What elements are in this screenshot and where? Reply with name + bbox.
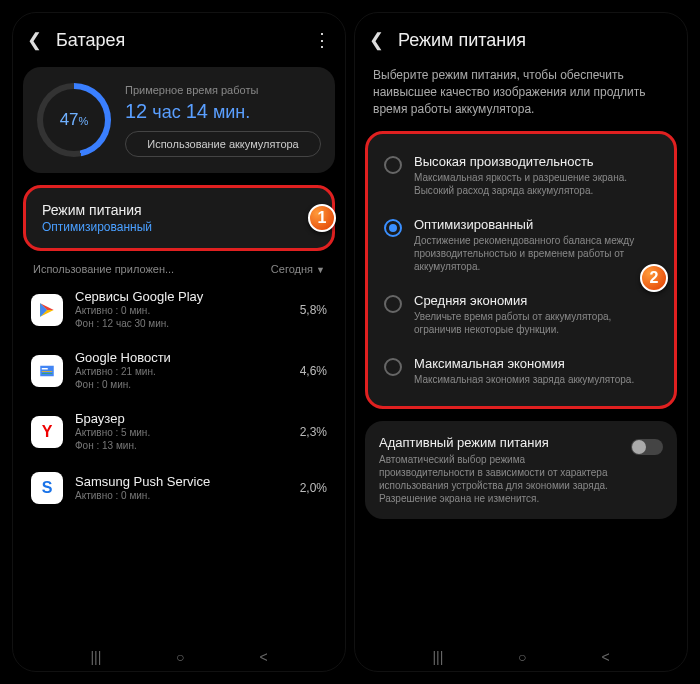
app-name: Samsung Push Service [75,474,288,489]
more-icon[interactable]: ⋮ [313,29,331,51]
app-name: Google Новости [75,350,288,365]
mode-optimized[interactable]: Оптимизированный Достижение рекомендован… [374,207,668,283]
screen-description: Выберите режим питания, чтобы обеспечить… [355,61,687,127]
header: ❮ Режим питания [355,13,687,61]
estimate-label: Примерное время работы [125,84,321,96]
app-icon-google-news [31,355,63,387]
chevron-down-icon: ▼ [316,265,325,275]
android-navbar: ||| ○ < [355,641,687,671]
estimate-time: 12 час 14 мин. [125,100,321,123]
mode-max-saving[interactable]: Максимальная экономия Максимальная эконо… [374,346,668,396]
radio-icon[interactable] [384,156,402,174]
nav-recents-icon[interactable]: ||| [90,649,101,665]
power-mode-options: 2 Высокая производительность Максимальна… [365,131,677,409]
power-mode-item[interactable]: Режим питания Оптимизированный 1 [23,185,335,251]
app-row[interactable]: Y Браузер Активно : 5 мин. Фон : 13 мин.… [13,401,345,462]
app-name: Браузер [75,411,288,426]
app-active: Активно : 21 мин. [75,365,288,378]
app-percent: 4,6% [300,364,327,378]
apps-usage-header: Использование приложен... Сегодня ▼ [13,257,345,279]
power-mode-screen: ❮ Режим питания Выберите режим питания, … [354,12,688,672]
app-background: Фон : 13 мин. [75,439,288,452]
mode-medium-saving[interactable]: Средняя экономия Увеличьте время работы … [374,283,668,346]
app-icon-play-services [31,294,63,326]
app-icon-yandex-browser: Y [31,416,63,448]
battery-summary-card: 47% Примерное время работы 12 час 14 мин… [23,67,335,173]
back-icon[interactable]: ❮ [369,29,384,51]
page-title: Батарея [56,30,299,51]
nav-home-icon[interactable]: ○ [518,649,526,665]
svg-rect-2 [42,371,53,372]
app-active: Активно : 0 мин. [75,489,288,502]
header: ❮ Батарея ⋮ [13,13,345,61]
mode-description: Максимальная яркость и разрешение экрана… [414,171,658,197]
mode-high-performance[interactable]: Высокая производительность Максимальная … [374,144,668,207]
android-navbar: ||| ○ < [13,641,345,671]
app-percent: 2,0% [300,481,327,495]
app-percent: 5,8% [300,303,327,317]
nav-recents-icon[interactable]: ||| [432,649,443,665]
app-row[interactable]: S Samsung Push Service Активно : 0 мин. … [13,462,345,514]
back-icon[interactable]: ❮ [27,29,42,51]
nav-back-icon[interactable]: < [259,649,267,665]
mode-description: Достижение рекомендованного баланса межд… [414,234,658,273]
adaptive-power-mode[interactable]: Адаптивный режим питания Автоматический … [365,421,677,519]
app-background: Фон : 12 час 30 мин. [75,317,288,330]
power-mode-title: Режим питания [42,202,316,218]
svg-rect-1 [42,368,48,370]
mode-title: Максимальная экономия [414,356,658,371]
app-background: Фон : 0 мин. [75,378,288,391]
adaptive-title: Адаптивный режим питания [379,435,621,450]
power-mode-value: Оптимизированный [42,220,316,234]
apps-usage-label: Использование приложен... [33,263,174,275]
callout-badge-1: 1 [308,204,336,232]
battery-percent: 47% [60,110,89,130]
radio-icon[interactable] [384,295,402,313]
battery-ring: 47% [37,83,111,157]
app-row[interactable]: Сервисы Google Play Активно : 0 мин. Фон… [13,279,345,340]
battery-screen: ❮ Батарея ⋮ 47% Примерное время работы 1… [12,12,346,672]
nav-home-icon[interactable]: ○ [176,649,184,665]
radio-icon[interactable] [384,219,402,237]
mode-title: Оптимизированный [414,217,658,232]
nav-back-icon[interactable]: < [601,649,609,665]
mode-description: Увеличьте время работы от аккумулятора, … [414,310,658,336]
adaptive-description: Автоматический выбор режима производител… [379,453,621,505]
svg-rect-3 [42,373,53,374]
adaptive-toggle[interactable] [631,439,663,455]
app-percent: 2,3% [300,425,327,439]
date-filter[interactable]: Сегодня ▼ [271,263,325,275]
battery-usage-button[interactable]: Использование аккумулятора [125,131,321,157]
page-title: Режим питания [398,30,673,51]
app-active: Активно : 0 мин. [75,304,288,317]
app-row[interactable]: Google Новости Активно : 21 мин. Фон : 0… [13,340,345,401]
app-active: Активно : 5 мин. [75,426,288,439]
app-name: Сервисы Google Play [75,289,288,304]
mode-description: Максимальная экономия заряда аккумулятор… [414,373,658,386]
radio-icon[interactable] [384,358,402,376]
app-icon-samsung-push: S [31,472,63,504]
mode-title: Средняя экономия [414,293,658,308]
mode-title: Высокая производительность [414,154,658,169]
